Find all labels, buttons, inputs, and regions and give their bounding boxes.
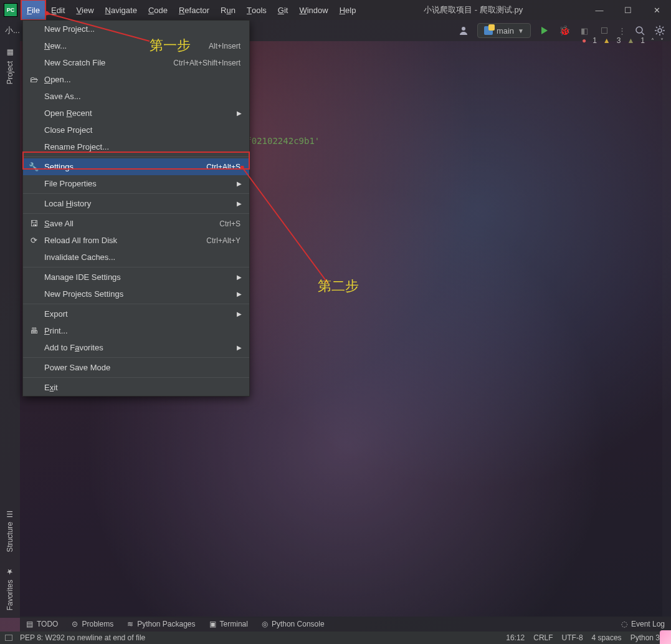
error-stripe[interactable] <box>662 41 671 617</box>
menu-item-local-history[interactable]: Local History▶ <box>23 195 249 212</box>
structure-label: Structure <box>6 522 14 552</box>
menu-tools[interactable]: Tools <box>241 0 272 20</box>
menu-item-add-to-favorites[interactable]: Add to Favorites▶ <box>23 339 249 356</box>
svg-line-10 <box>656 33 657 34</box>
tool-windows-toggle-icon[interactable] <box>5 635 12 641</box>
stop-icon <box>601 27 607 34</box>
menu-separator <box>23 267 249 267</box>
svg-line-8 <box>656 27 657 28</box>
annotation-step2-text: 第二步 <box>318 277 359 296</box>
submenu-arrow-icon: ▶ <box>237 291 242 297</box>
menu-view[interactable]: View <box>70 0 99 20</box>
inspection-widget[interactable]: ●1 ▲3 ▲1 ˄ ˅ <box>582 36 664 45</box>
submenu-arrow-icon: ▶ <box>237 344 242 351</box>
run-configuration-selector[interactable]: main ▼ <box>477 23 531 38</box>
menu-item-open[interactable]: 🗁Open... <box>23 71 249 88</box>
status-message: PEP 8: W292 no newline at end of file <box>20 633 145 642</box>
menu-code[interactable]: Code <box>143 0 173 20</box>
menu-item-open-recent[interactable]: Open Recent▶ <box>23 105 249 122</box>
run-with-coverage-button[interactable]: ◧ <box>578 24 591 37</box>
console-icon: ◎ <box>262 620 268 628</box>
window-title: 小说爬取项目 - 爬取测试.py <box>361 4 585 16</box>
menu-item-new-scratch-file[interactable]: New Scratch FileCtrl+Alt+Shift+Insert <box>23 54 249 71</box>
menu-item-exit[interactable]: Exit <box>23 379 249 396</box>
line-separator[interactable]: CRLF <box>533 633 553 642</box>
title-bar: PC FileEditViewNavigateCodeRefactorRunTo… <box>0 0 671 20</box>
debug-button[interactable]: 🐞 <box>558 24 571 37</box>
menu-item-save-all[interactable]: 🖫Save AllCtrl+S <box>23 215 249 232</box>
menu-item-invalidate-caches[interactable]: Invalidate Caches... <box>23 249 249 266</box>
python-console-tool-button[interactable]: ◎Python Console <box>262 620 325 628</box>
minimize-button[interactable]: — <box>585 0 614 20</box>
favorites-tool-button[interactable]: Favorites ★ <box>6 560 14 618</box>
menu-separator <box>23 377 249 378</box>
run-button[interactable] <box>538 24 551 37</box>
weak-warning-icon: ▲ <box>627 36 634 45</box>
menu-item-print[interactable]: 🖶Print... <box>23 322 249 339</box>
menu-file[interactable]: File <box>21 0 45 20</box>
menu-item-shortcut: Ctrl+Alt+Shift+Insert <box>173 59 240 67</box>
menu-window[interactable]: Window <box>293 0 333 20</box>
submenu-arrow-icon: ▶ <box>237 180 242 187</box>
menu-refactor[interactable]: Refactor <box>173 0 215 20</box>
svg-point-1 <box>636 27 642 33</box>
svg-point-0 <box>462 27 465 31</box>
star-icon: ★ <box>6 567 14 576</box>
menu-item-power-save-mode[interactable]: Power Save Mode <box>23 359 249 376</box>
terminal-label: Terminal <box>220 620 248 628</box>
project-label: Project <box>6 61 14 84</box>
python-packages-tool-button[interactable]: ≋Python Packages <box>127 620 195 628</box>
breadcrumb[interactable]: 小... <box>0 25 20 36</box>
run-configuration-name: main <box>497 26 514 36</box>
menu-help[interactable]: Help <box>334 0 362 20</box>
ide-settings-button[interactable] <box>654 24 666 37</box>
menu-item-manage-ide-settings[interactable]: Manage IDE Settings▶ <box>23 269 249 286</box>
indent-setting[interactable]: 4 spaces <box>592 633 622 642</box>
folder-icon: ▦ <box>6 49 14 57</box>
menu-bar: FileEditViewNavigateCodeRefactorRunTools… <box>21 0 361 20</box>
todo-tool-button[interactable]: ▤TODO <box>26 620 58 628</box>
menu-item-settings[interactable]: 🔧Settings...Ctrl+Alt+S <box>23 158 249 175</box>
chevron-up-icon[interactable]: ˄ <box>651 37 654 44</box>
stop-button[interactable] <box>598 24 611 37</box>
structure-tool-button[interactable]: Structure ☰ <box>6 502 14 560</box>
menu-item-reload-all-from-disk[interactable]: ⟳Reload All from DiskCtrl+Alt+Y <box>23 232 249 249</box>
menu-item-label: Power Save Mode <box>44 363 240 372</box>
chevron-down-icon[interactable]: ˅ <box>660 37 664 44</box>
svg-point-3 <box>658 29 662 32</box>
menu-item-save-as[interactable]: Save As... <box>23 88 249 105</box>
project-tool-button[interactable]: Project ▦ <box>6 41 14 92</box>
menu-git[interactable]: Git <box>272 0 294 20</box>
menu-separator <box>23 193 249 194</box>
menu-navigate[interactable]: Navigate <box>100 0 143 20</box>
menu-item-shortcut: Ctrl+Alt+Y <box>206 236 240 245</box>
menu-item-rename-project[interactable]: Rename Project... <box>23 138 249 155</box>
window-controls: — ☐ ✕ <box>585 0 671 20</box>
menu-item-label: Close Project <box>44 125 240 135</box>
menu-item-close-project[interactable]: Close Project <box>23 122 249 138</box>
event-log-label: Event Log <box>631 620 665 628</box>
search-everywhere-button[interactable] <box>634 24 646 37</box>
event-log-icon: ◌ <box>621 620 627 628</box>
terminal-tool-button[interactable]: ▣Terminal <box>209 620 248 628</box>
maximize-button[interactable]: ☐ <box>614 0 642 20</box>
menu-item-label: Print... <box>44 326 240 335</box>
menu-item-new-projects-settings[interactable]: New Projects Settings▶ <box>23 286 249 302</box>
menu-item-new-project[interactable]: New Project... <box>23 21 249 37</box>
event-log-tool-button[interactable]: ◌Event Log <box>621 620 665 628</box>
menu-run[interactable]: Run <box>215 0 241 20</box>
menu-item-new[interactable]: New...Alt+Insert <box>23 37 249 54</box>
menu-separator <box>23 357 249 358</box>
file-encoding[interactable]: UTF-8 <box>562 633 583 642</box>
packages-icon: ≋ <box>127 620 133 628</box>
problems-tool-button[interactable]: ⊝Problems <box>72 620 113 628</box>
caret-position[interactable]: 16:12 <box>506 633 525 642</box>
terminal-icon: ▣ <box>209 620 216 628</box>
close-button[interactable]: ✕ <box>642 0 671 20</box>
menu-item-file-properties[interactable]: File Properties▶ <box>23 175 249 192</box>
bug-icon: 🐞 <box>559 25 571 36</box>
menu-item-export[interactable]: Export▶ <box>23 305 249 322</box>
menu-edit[interactable]: Edit <box>45 0 70 20</box>
menu-separator <box>23 156 249 157</box>
user-icon[interactable] <box>457 24 470 37</box>
